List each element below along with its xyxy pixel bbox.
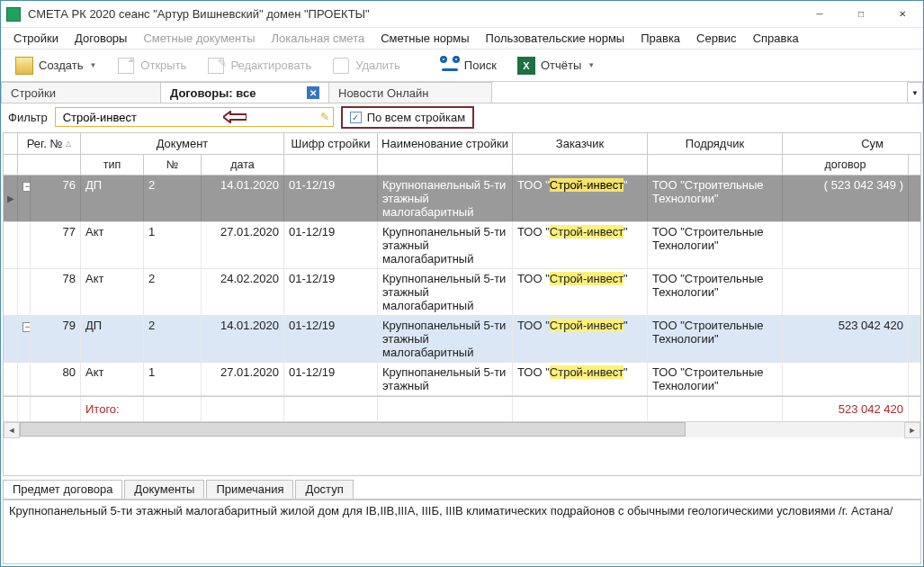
cell-num: 1 — [144, 222, 202, 268]
row-indicator — [4, 269, 18, 315]
reports-label: Отчёты — [541, 58, 581, 72]
filter-input-wrap[interactable]: ✎ — [55, 107, 334, 127]
cell-reg: 77 — [31, 222, 81, 268]
menu-lokal-smeta: Локальная смета — [265, 29, 372, 48]
collapse-icon[interactable]: − — [22, 182, 31, 192]
close-button[interactable]: ✕ — [882, 1, 923, 28]
col-tip[interactable]: тип — [81, 155, 144, 175]
cell-podryadchik: ТОО "Строительные Технологии" — [648, 363, 783, 395]
titlebar: СМЕТА РК 2020 сеанс "Артур Вишневский" д… — [1, 1, 923, 28]
cell-zakazchik: ТОО "Строй-инвест" — [513, 176, 648, 221]
scroll-right-icon[interactable]: ► — [904, 422, 920, 438]
tab-label: Договоры: все — [170, 86, 256, 100]
btab-notes[interactable]: Примечания — [206, 480, 293, 499]
col-name[interactable]: Наименование стройки — [378, 133, 513, 154]
cell-num: 2 — [144, 176, 202, 221]
cell-sum — [909, 316, 920, 362]
menu-polz-normy[interactable]: Пользовательские нормы — [479, 29, 632, 48]
row-indicator: ▶ — [4, 176, 18, 221]
col-sum[interactable]: Сум — [783, 133, 921, 154]
cell-num: 2 — [144, 316, 202, 362]
filter-input[interactable] — [61, 110, 311, 125]
table-row[interactable]: 77Акт127.01.202001-12/19Крупнопанельный … — [4, 222, 920, 269]
pencil-icon[interactable]: ✎ — [320, 111, 329, 123]
col-shifr[interactable]: Шифр стройки — [284, 133, 378, 154]
h-scrollbar[interactable]: ◄ ► — [4, 421, 920, 437]
totals-label: Итого: — [81, 397, 144, 421]
cell-dogovor — [783, 222, 909, 268]
cell-name: Крупнопанельный 5-ти этажный малогабарит… — [378, 316, 513, 362]
minimize-button[interactable]: ─ — [799, 1, 840, 28]
tabstrip-overflow[interactable]: ▼ — [907, 82, 923, 103]
reports-button[interactable]: X Отчёты ▼ — [508, 52, 603, 79]
cell-reg: 79 — [31, 316, 81, 362]
all-builds-label: По всем стройкам — [367, 111, 466, 124]
window-title: СМЕТА РК 2020 сеанс "Артур Вишневский" д… — [28, 7, 370, 21]
edit-icon — [206, 56, 226, 76]
col-num[interactable]: № — [144, 155, 202, 175]
cell-tip: Акт — [81, 363, 144, 395]
delete-button: Удалить — [323, 52, 408, 79]
cell-tip: Акт — [81, 222, 144, 268]
col-podryadchik[interactable]: Подрядчик — [648, 133, 783, 154]
cell-shifr: 01-12/19 — [284, 222, 378, 268]
col-zakazchik[interactable]: Заказчик — [513, 133, 648, 154]
scroll-thumb[interactable] — [20, 422, 686, 436]
cell-dogovor: 523 042 420 — [783, 316, 909, 362]
grid-header-row2: тип № дата договор — [4, 155, 920, 176]
cell-reg: 78 — [31, 269, 81, 315]
all-builds-checkbox[interactable]: ✓ По всем стройкам — [341, 106, 475, 129]
delete-label: Удалить — [355, 58, 400, 72]
table-row[interactable]: ▶−76ДП214.01.202001-12/19Крупнопанельный… — [4, 176, 920, 222]
cell-name: Крупнопанельный 5-ти этажный — [378, 363, 513, 395]
cell-zakazchik: ТОО "Строй-инвест" — [513, 363, 648, 395]
search-button[interactable]: Поиск — [432, 52, 505, 79]
cell-podryadchik: ТОО "Строительные Технологии" — [648, 316, 783, 362]
tab-label: Новости Онлайн — [338, 86, 428, 100]
cell-date: 14.01.2020 — [202, 316, 284, 362]
menu-servis[interactable]: Сервис — [689, 29, 744, 48]
btab-subject[interactable]: Предмет договора — [3, 480, 122, 499]
cell-date: 24.02.2020 — [202, 269, 284, 315]
menu-smetnye-normy[interactable]: Сметные нормы — [373, 29, 476, 48]
menu-stroyki[interactable]: Стройки — [6, 29, 66, 48]
col-dogovor[interactable]: договор — [783, 155, 909, 175]
scroll-track[interactable] — [20, 422, 904, 438]
table-row[interactable]: −79ДП214.01.202001-12/19Крупнопанельный … — [4, 316, 920, 363]
grid: Рег. №△ Документ Шифр стройки Наименован… — [3, 132, 921, 476]
cell-shifr: 01-12/19 — [284, 316, 378, 362]
table-row[interactable]: 80Акт127.01.202001-12/19Крупнопанельный … — [4, 363, 920, 396]
btab-access[interactable]: Доступ — [295, 480, 353, 499]
cell-dogovor — [783, 363, 909, 395]
btab-docs[interactable]: Документы — [124, 480, 204, 499]
tab-stroyki[interactable]: Стройки — [1, 82, 161, 103]
close-tab-icon[interactable]: ✕ — [307, 86, 319, 99]
tab-news[interactable]: Новости Онлайн — [328, 82, 492, 103]
tab-dogovory[interactable]: Договоры: все ✕ — [160, 82, 329, 103]
open-label: Открыть — [140, 58, 186, 72]
col-marker — [4, 133, 18, 154]
cell-podryadchik: ТОО "Строительные Технологии" — [648, 222, 783, 268]
table-row[interactable]: 78Акт224.02.202001-12/19Крупнопанельный … — [4, 269, 920, 316]
menu-dogovory[interactable]: Договоры — [67, 29, 134, 48]
maximize-button[interactable]: □ — [840, 1, 882, 28]
chevron-down-icon: ▼ — [588, 61, 595, 69]
collapse-icon[interactable]: − — [22, 322, 31, 332]
totals-row: Итого: 523 042 420 — [4, 396, 920, 421]
menu-pravka[interactable]: Правка — [633, 29, 687, 48]
col-reg[interactable]: Рег. №△ — [18, 133, 81, 154]
sort-asc-icon: △ — [66, 140, 71, 148]
cell-shifr: 01-12/19 — [284, 269, 378, 315]
cell-shifr: 01-12/19 — [284, 363, 378, 395]
bottom-tabstrip: Предмет договора Документы Примечания До… — [3, 480, 921, 500]
create-button[interactable]: Создать ▼ — [6, 52, 104, 79]
col-doc[interactable]: Документ — [81, 133, 284, 154]
search-label: Поиск — [464, 58, 497, 72]
cell-podryadchik: ТОО "Строительные Технологии" — [648, 269, 783, 315]
menu-spravka[interactable]: Справка — [746, 29, 806, 48]
col-date[interactable]: дата — [202, 155, 284, 175]
cell-sum: 6 — [909, 269, 920, 315]
delete-icon — [331, 56, 351, 76]
cell-sum: ( 69 — [909, 176, 920, 221]
scroll-left-icon[interactable]: ◄ — [4, 422, 20, 438]
